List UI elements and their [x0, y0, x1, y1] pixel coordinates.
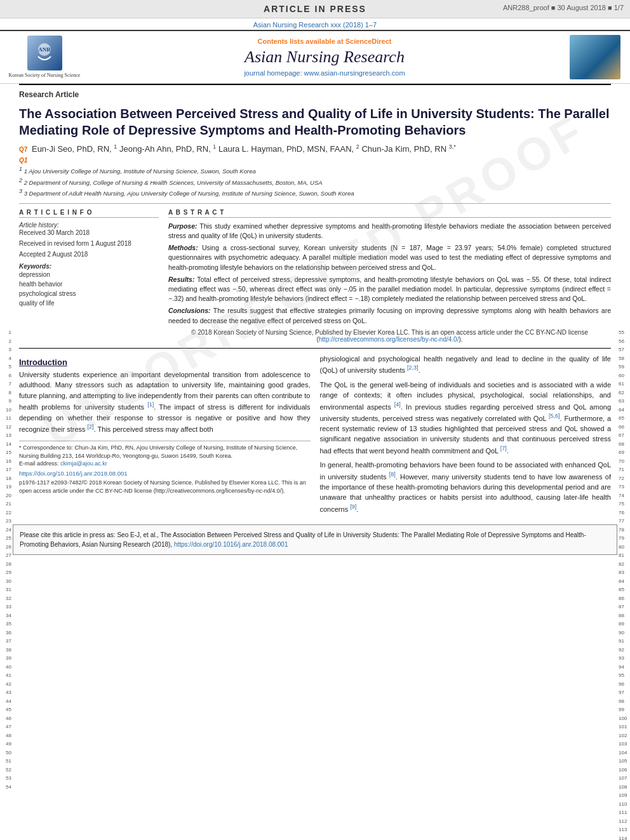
received-date: Received 30 March 2018 — [19, 229, 159, 236]
cc-license-link[interactable]: http://creativecommons.org/licenses/by-n… — [319, 336, 459, 343]
body-two-column: Introduction University students experie… — [19, 354, 611, 518]
results-label: Results: — [168, 276, 194, 283]
abstract-text: Purpose: This study examined whether dep… — [168, 222, 611, 326]
cover-image — [570, 35, 620, 79]
journal-title-bar: Asian Nursing Research xxx (2018) 1–7 — [0, 18, 630, 30]
conclusions-text: The results suggest that effective strat… — [168, 307, 611, 324]
journal-homepage: journal homepage: www.asian-nursingresea… — [244, 69, 405, 77]
keywords-title: Keywords: — [19, 263, 159, 270]
keyword-4: quality of life — [19, 298, 159, 308]
introduction-heading: Introduction — [19, 357, 311, 367]
author-3: Laura L. Hayman, PhD, MSN, FAAN, 2 — [218, 144, 359, 154]
abstract-title: A B S T R A C T — [168, 209, 611, 218]
journal-thumbnail — [566, 35, 624, 79]
sciencedirect-brand: ScienceDirect — [345, 37, 392, 45]
journal-issue-info: Asian Nursing Research xxx (2018) 1–7 — [253, 21, 377, 29]
methods-text: Using a cross-sectional survey, Korean u… — [168, 244, 611, 270]
logo-section: ANR Korean Society of Nursing Science — [6, 35, 83, 79]
logo-svg: ANR — [32, 41, 57, 66]
affiliation-3: 3 3 Department of Adult Health Nursing, … — [19, 187, 611, 197]
accepted-date: Accepted 2 August 2018 — [19, 251, 159, 258]
intro-para-1: University students experience an import… — [19, 370, 311, 434]
citation-text: Please cite this article in press as: Se… — [20, 531, 586, 548]
top-banner: ARTICLE IN PRESS ANR288_proof ■ 30 Augus… — [0, 0, 630, 18]
affiliations: Q1 1 1 Ajou University College of Nursin… — [19, 156, 611, 197]
article-title: The Association Between Perceived Stress… — [19, 105, 611, 138]
abstract-column: A B S T R A C T Purpose: This study exam… — [168, 209, 611, 343]
article-in-press-label: ARTICLE IN PRESS — [264, 4, 366, 14]
content-separator — [19, 348, 611, 349]
page-body: 1 2 3 4 5 6 7 8 9 10 11 12 13 14 15 16 1… — [0, 84, 630, 840]
info-abstract-section: A R T I C L E I N F O Article history: R… — [19, 203, 611, 343]
citation-doi[interactable]: https://doi.org/10.1016/j.anr.2018.08.00… — [174, 541, 288, 548]
svg-text:ANR: ANR — [38, 46, 51, 53]
keywords-section: Keywords: depression health behavior psy… — [19, 263, 159, 308]
methods-label: Methods: — [168, 244, 198, 251]
abstract-purpose: Purpose: This study examined whether dep… — [168, 222, 611, 241]
main-content-col: Research Article The Association Between… — [13, 84, 617, 840]
abstract-results: Results: Total effect of perceived stres… — [168, 275, 611, 304]
homepage-url: www.asian-nursingresearch.com — [304, 69, 405, 77]
keyword-1: depression — [19, 270, 159, 279]
article-content: Research Article The Association Between… — [13, 84, 617, 518]
citation-box: Please cite this article in press as: Se… — [13, 524, 617, 555]
body-left-col: Introduction University students experie… — [19, 354, 311, 518]
intro-para-3: The QoL is the general well-being of ind… — [320, 380, 612, 456]
article-info-title: A R T I C L E I N F O — [19, 209, 159, 218]
footer-copyright: p1976-1317 e2093-7482/© 2018 Korean Soci… — [19, 479, 311, 495]
email-address[interactable]: ckimja@ajou.ac.kr — [60, 460, 107, 467]
history-label: Article history: — [19, 222, 159, 229]
society-logo: ANR — [27, 36, 62, 70]
affiliation-2: 2 2 Department of Nursing, College of Nu… — [19, 177, 611, 187]
author-1: Eun-Ji Seo, PhD, RN, 1 — [32, 144, 117, 154]
q7-marker: Q7 — [19, 146, 27, 153]
abstract-conclusions: Conclusions: The results suggest that ef… — [168, 306, 611, 325]
conclusions-label: Conclusions: — [168, 307, 211, 314]
left-line-numbers: 1 2 3 4 5 6 7 8 9 10 11 12 13 14 15 16 1… — [0, 84, 13, 840]
authors-line: Q7 Eun-Ji Seo, PhD, RN, 1 Jeong-Ah Ahn, … — [19, 143, 611, 154]
affiliation-1: 1 1 Ajou University College of Nursing, … — [19, 165, 611, 175]
right-line-numbers: 55 56 57 58 59 60 61 62 63 64 65 66 67 6… — [617, 84, 630, 840]
revised-date: Received in revised form 1 August 2018 — [19, 240, 159, 247]
footnote-section: * Correspondence to: Chun-Ja Kim, PhD, R… — [19, 441, 311, 468]
journal-header: ANR Korean Society of Nursing Science Co… — [0, 30, 630, 84]
abstract-methods: Methods: Using a cross-sectional survey,… — [168, 243, 611, 272]
copyright-text: © 2018 Korean Society of Nursing Science… — [191, 329, 588, 343]
abstract-copyright: © 2018 Korean Society of Nursing Science… — [168, 329, 611, 343]
author-2: Jeong-Ah Ahn, PhD, RN, 1 — [119, 144, 216, 154]
body-right-col: physiological and psychological health n… — [320, 354, 612, 518]
q1-marker: Q1 — [19, 157, 27, 164]
intro-para-2: physiological and psychological health n… — [320, 354, 612, 376]
intro-para-4: In general, health-promoting behaviors h… — [320, 460, 612, 514]
keyword-3: psychological stress — [19, 289, 159, 298]
correspondence-note: * Correspondence to: Chun-Ja Kim, PhD, R… — [19, 444, 311, 460]
purpose-text: This study examined whether depressive s… — [168, 222, 611, 239]
keyword-2: health behavior — [19, 279, 159, 289]
journal-name: Asian Nursing Research — [245, 48, 405, 67]
article-info-column: A R T I C L E I N F O Article history: R… — [19, 209, 159, 343]
author-4: Chun-Ja Kim, PhD, RN 3,* — [361, 144, 455, 154]
proof-info: ANR288_proof ■ 30 August 2018 ■ 1/7 — [503, 4, 624, 11]
sciencedirect-link: Contents lists available at ScienceDirec… — [258, 37, 392, 45]
journal-title-section: Contents lists available at ScienceDirec… — [89, 35, 560, 79]
email-note: E-mail address: ckimja@ajou.ac.kr — [19, 460, 311, 468]
doi-link[interactable]: https://doi.org/10.1016/j.anr.2018.08.00… — [19, 470, 311, 477]
results-text: Total effect of perceived stress, depres… — [168, 276, 611, 302]
society-name: Korean Society of Nursing Science — [9, 72, 81, 79]
article-type-label: Research Article — [19, 84, 611, 102]
purpose-label: Purpose: — [168, 222, 198, 230]
